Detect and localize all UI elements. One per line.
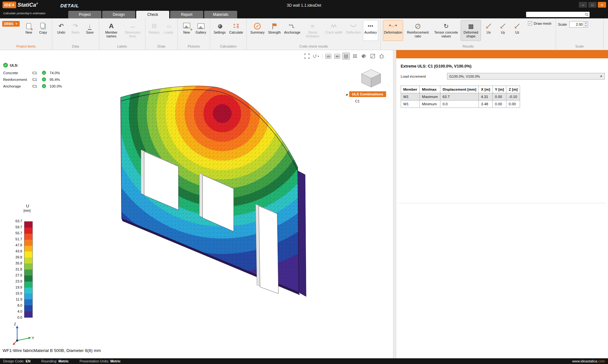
calculate-button[interactable]: + ×− = Calculate (228, 20, 244, 41)
checkbox-icon (528, 21, 532, 25)
website-link[interactable]: www.ideastatica.com (572, 359, 605, 363)
ribbon-group-data: ↶Undo ↷Redo ↓ Save Data (52, 18, 99, 50)
stress-limitation-button: ≈ Stress limitation (303, 20, 323, 41)
check-ok-icon: ✓ (42, 77, 46, 81)
deformation-model[interactable] (0, 50, 393, 358)
chevron-down-icon: ▼ (600, 75, 603, 78)
loads-icon: ↓↓↓ (166, 22, 171, 30)
minimize-button[interactable]: – (579, 2, 587, 8)
close-button[interactable]: × (598, 2, 606, 8)
extreme-title: Extreme ULS: C1 (G100.0%, V100.0%) (401, 64, 471, 68)
tree-expander-icon[interactable]: ◢ (345, 93, 347, 96)
view-2d-button[interactable]: 2D (324, 53, 332, 60)
home-view-button[interactable] (378, 53, 385, 60)
orbit-button[interactable]: ▼ (312, 53, 320, 60)
scale-increment-button[interactable]: ▲ (584, 22, 588, 24)
ux-button[interactable]: Ux (482, 20, 495, 41)
reinforcement-ratio-button[interactable]: Reinforcement ratio (404, 20, 431, 41)
new-project-item-button[interactable]: New (22, 20, 36, 41)
model-canvas[interactable]: ▼ 2D 3D ✓ ULS: (0, 50, 393, 358)
tab-check[interactable]: Check (136, 11, 169, 18)
anchorage-button[interactable]: Anchorage (283, 20, 302, 41)
load-increment-dropdown[interactable]: G100.0%, V100.0% ▼ (447, 73, 605, 80)
search-icon (585, 13, 589, 16)
legend-value: 63.7 (10, 219, 22, 223)
chevron-down-icon: ▼ (15, 23, 18, 25)
undeformed-mesh-view-button[interactable] (351, 53, 359, 60)
gallery-button[interactable]: Gallery (194, 20, 208, 41)
mesh-icon: ▦ (468, 22, 474, 30)
table-row-minimum[interactable]: W1 Minimum 0.0 3.48 0.00 0.00 (401, 101, 520, 108)
tab-project[interactable]: Project (68, 11, 101, 18)
legend-value: 23.9 (10, 279, 22, 283)
undo-icon: ↶ (58, 22, 64, 30)
dimension-lines-icon: ↔ (130, 22, 136, 30)
draw-mesh-checkbox[interactable]: Draw mesh (528, 21, 551, 25)
ribbon-group-calculation: Settings + ×− = Calculate Calculation (210, 18, 247, 50)
legend-band (24, 263, 32, 270)
legend-band (24, 251, 32, 257)
new-picture-button[interactable]: New (180, 20, 193, 41)
solid-view-button[interactable] (360, 53, 368, 60)
legend-value: 11.9 (10, 297, 22, 301)
fit-view-button[interactable] (303, 53, 311, 60)
ribbon-group-results: Deformation Reinforcement ratio ↻ Tensor… (381, 18, 556, 50)
strength-button[interactable]: Strength (267, 20, 282, 41)
tab-report[interactable]: Report (170, 11, 203, 18)
group-label: Scale (558, 44, 601, 49)
legend-band (24, 270, 32, 276)
legend-band (24, 305, 32, 311)
search-input[interactable] (526, 12, 585, 16)
maximize-button[interactable]: □ (588, 2, 597, 8)
tab-materials[interactable]: Materials (204, 11, 237, 18)
dimension-lines-button: ↔ Dimension lines (123, 20, 143, 41)
legend-band (24, 299, 32, 305)
legend-band (24, 282, 32, 288)
deformation-button[interactable]: Deformation (383, 20, 403, 41)
uy-button[interactable]: Uy (496, 20, 510, 41)
calculate-icon: + ×− = (233, 23, 239, 29)
undo-button[interactable]: ↶Undo (55, 20, 68, 41)
tensor-concrete-values-button[interactable]: ↻ Tensor concrete values (432, 20, 460, 41)
uz-button[interactable]: Uz (511, 20, 524, 41)
deformed-mesh-view-button[interactable] (342, 53, 350, 60)
legend-band (24, 228, 32, 234)
auxiliary-button[interactable]: ••• Auxiliary (363, 20, 378, 41)
legend-value: 31.8 (10, 267, 22, 271)
ribbon-group-scale: Scale ▲ ▼ Scale (556, 18, 604, 50)
scale-decrement-button[interactable]: ▼ (584, 24, 588, 27)
gallery-icon (197, 23, 204, 29)
tree-node-uls-combinations[interactable]: ULS Combinations (349, 91, 386, 97)
summary-button[interactable]: ✓ Summary (249, 20, 266, 41)
fit-view-icon (304, 54, 310, 59)
settings-button[interactable]: Settings (212, 20, 227, 41)
deformation-icon (389, 23, 397, 29)
section-view-button[interactable] (369, 53, 377, 60)
deflection-button: Deflection (345, 20, 362, 41)
tree-node-c1[interactable]: C1 (355, 99, 386, 103)
drm1-selector[interactable]: DRM1▼ (2, 21, 20, 27)
group-label: Draw (148, 44, 175, 49)
cube-icon (361, 54, 366, 59)
scale-input[interactable] (570, 22, 584, 27)
copy-project-item-button[interactable]: Copy (37, 20, 50, 41)
table-row-maximum[interactable]: W1 Maximum 63.7 4.31 0.00 -0.10 (401, 93, 520, 101)
redo-button: ↷Redo (69, 20, 82, 41)
deformed-shape-button[interactable]: ▦ Deformed shape (461, 20, 481, 41)
legend-value: 0.0 (10, 315, 22, 319)
save-button[interactable]: ↓ Save (83, 20, 97, 41)
ux-axis-icon (485, 23, 492, 29)
tensor-icon: ↻ (444, 22, 449, 30)
member-names-button[interactable]: A Member names (101, 20, 122, 41)
design-code-status: Design Code:EN (3, 359, 30, 363)
rebars-button: Rebars (148, 20, 161, 41)
navigation-cube[interactable] (358, 67, 384, 91)
gear-icon (216, 23, 223, 29)
canvas-panel-divider[interactable] (393, 50, 396, 358)
save-icon: ↓ (88, 23, 91, 29)
legend-value: 19.9 (10, 285, 22, 289)
tab-design[interactable]: Design (102, 11, 135, 18)
view-3d-button[interactable]: 3D (333, 53, 341, 60)
document-title: 3D wall 1.1.ideaDet (0, 3, 608, 8)
deformed-mesh-icon (344, 54, 349, 59)
